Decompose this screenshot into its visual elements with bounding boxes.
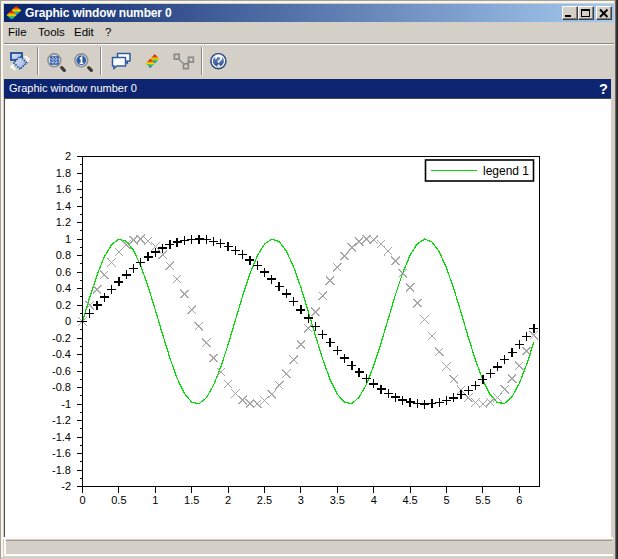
svg-text:-0.2: -0.2 — [52, 332, 71, 344]
svg-text:0.8: 0.8 — [56, 249, 71, 261]
svg-text:-1.4: -1.4 — [52, 431, 71, 443]
svg-text:-1.8: -1.8 — [52, 464, 71, 476]
svg-text:0.2: 0.2 — [56, 299, 71, 311]
svg-text:-2: -2 — [61, 480, 71, 492]
svg-text:-0.8: -0.8 — [52, 381, 71, 393]
svg-text:0.6: 0.6 — [56, 266, 71, 278]
svg-text:1.4: 1.4 — [56, 200, 71, 212]
svg-text:1.8: 1.8 — [56, 167, 71, 179]
svg-text:0: 0 — [79, 494, 85, 506]
svg-text:2: 2 — [225, 494, 231, 506]
svg-text:-0.4: -0.4 — [52, 348, 71, 360]
svg-text:4: 4 — [371, 494, 377, 506]
svg-text:2: 2 — [65, 150, 71, 162]
svg-text:-1.6: -1.6 — [52, 447, 71, 459]
svg-text:3: 3 — [298, 494, 304, 506]
svg-text:1.5: 1.5 — [184, 494, 199, 506]
svg-text:6: 6 — [516, 494, 522, 506]
svg-text:1: 1 — [65, 233, 71, 245]
svg-text:5: 5 — [443, 494, 449, 506]
svg-text:2.5: 2.5 — [257, 494, 272, 506]
svg-text:0.4: 0.4 — [56, 282, 71, 294]
svg-text:1: 1 — [152, 494, 158, 506]
svg-text:-1: -1 — [61, 398, 71, 410]
svg-text:1.2: 1.2 — [56, 216, 71, 228]
svg-text:-1.2: -1.2 — [52, 414, 71, 426]
svg-text:5.5: 5.5 — [475, 494, 490, 506]
svg-text:-0.6: -0.6 — [52, 365, 71, 377]
svg-text:legend 1: legend 1 — [483, 164, 529, 178]
svg-text:4.5: 4.5 — [402, 494, 417, 506]
svg-text:0: 0 — [65, 315, 71, 327]
svg-text:3.5: 3.5 — [330, 494, 345, 506]
svg-text:1.6: 1.6 — [56, 183, 71, 195]
svg-text:0.5: 0.5 — [111, 494, 126, 506]
